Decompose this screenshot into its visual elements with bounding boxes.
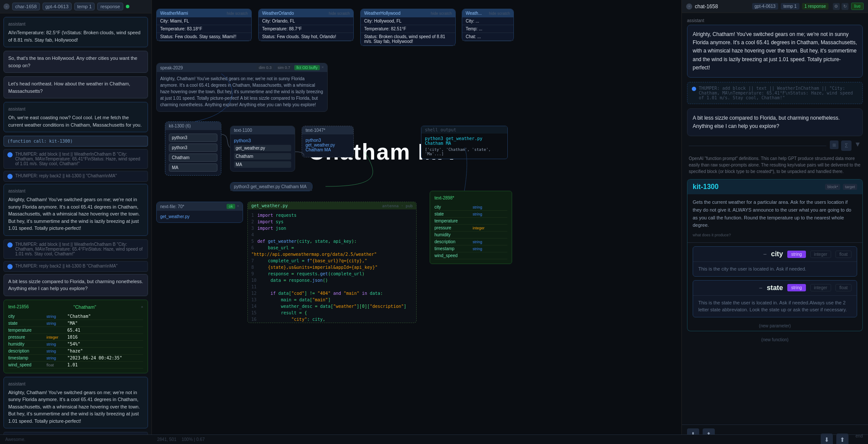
code-node: get_weather.py antenna · pub 1import req… bbox=[247, 202, 417, 323]
panel-title: char-1658 bbox=[12, 3, 40, 10]
kit-1300-header: kit-1300 (6) bbox=[165, 122, 221, 130]
right-assistant-bubble: Alrighty, Chatham! You've switched gears… bbox=[687, 25, 863, 78]
hide-scratch-miami[interactable]: hide scratch bbox=[227, 11, 248, 16]
thumper-text-3: THUMPER: reply back2 || kit-1300 B "Chat… bbox=[15, 264, 118, 268]
text-1047-node: text-1047* python3 get_weather.py Chatha… bbox=[302, 126, 354, 157]
state-type-string[interactable]: string bbox=[787, 284, 806, 291]
weather-hollywood-title: WeatherHollywood bbox=[364, 11, 401, 16]
weather-partial-header: Weath... hide scratch bbox=[462, 9, 513, 17]
hide-scratch-partial[interactable]: hide scratch bbox=[489, 11, 510, 16]
thumper-icon-2 bbox=[7, 174, 13, 179]
weather-partial-status: Chat: ... bbox=[462, 33, 513, 41]
hide-scratch-hollywood[interactable]: hide scratch bbox=[431, 11, 452, 16]
city-type-integer[interactable]: integer bbox=[810, 251, 832, 258]
weather-hollywood-city: City: Hollywood, FL bbox=[361, 17, 455, 25]
right-temp-badge: temp 1 bbox=[781, 3, 799, 10]
right-kit-desc: Gets the current weather for a particula… bbox=[687, 194, 862, 243]
shell-output-text: ['city', 'Chatham', 'state', 'Ma'...] bbox=[425, 147, 504, 156]
code-header: get_weather.py antenna · pub bbox=[248, 202, 416, 209]
city-param-desc: This is the city the user is located in.… bbox=[693, 262, 857, 276]
state-minus[interactable]: − bbox=[759, 284, 763, 291]
right-close-button[interactable]: × bbox=[686, 3, 692, 10]
speak-2029-header: speak-2029 dim 0.3 sim 0.7 llct OD buffy… bbox=[157, 63, 327, 72]
weather-partial-city: City: ... bbox=[462, 17, 513, 25]
data-row-city: city string "Chatham" bbox=[8, 313, 143, 320]
canvas-coords: 2841, 501 bbox=[157, 437, 177, 442]
kit-input-python3-2[interactable]: python3 bbox=[169, 144, 217, 152]
text-1100-id: text-1100 bbox=[234, 128, 252, 133]
right-param-city: − city string integer float This is the … bbox=[693, 246, 857, 277]
new-param-button[interactable]: (new parameter) bbox=[687, 321, 862, 331]
thumper-text-2: THUMPER: add block || text || WeatherInC… bbox=[15, 242, 144, 256]
right-meta-block: block* bbox=[825, 184, 840, 190]
sigma-icon[interactable]: Σ bbox=[841, 140, 852, 151]
right-param-state-header: − state string integer float bbox=[693, 281, 857, 296]
refresh-icon[interactable]: ↻ bbox=[842, 3, 848, 10]
code-line-11: 11 bbox=[251, 284, 413, 290]
right-content: assistant Alrighty, Chatham! You've swit… bbox=[682, 13, 868, 424]
thumper-text-1: THUMPER: reply back2 || kit-1300 || "Cha… bbox=[15, 173, 117, 178]
state-param-name: state bbox=[767, 284, 783, 292]
code-line-1: 1import requests bbox=[251, 212, 413, 219]
next-file-node: next-file: 70* ok × get_weather.py bbox=[156, 202, 243, 223]
right-header-icons: ⚙ ↻ bbox=[833, 3, 848, 10]
text-1100-content: python3 get_weather.py Chatham MA bbox=[230, 134, 295, 171]
python-runner-header: python3 get_weather.py Chatham MA bbox=[230, 183, 312, 191]
code-line-4: 4 bbox=[251, 232, 413, 238]
next-file-close[interactable]: × bbox=[237, 204, 239, 209]
close-button[interactable]: × bbox=[3, 3, 10, 10]
city-type-float[interactable]: float bbox=[835, 251, 852, 258]
kit-input-python3-1[interactable]: python3 bbox=[169, 134, 217, 142]
state-type-integer[interactable]: integer bbox=[810, 284, 832, 291]
state-param-desc: This is the state the user is located in… bbox=[693, 296, 857, 317]
kit-input-chatham[interactable]: Chatham bbox=[169, 153, 217, 162]
code-line-13: 13 main = data["main"] bbox=[251, 297, 413, 303]
right-param-state: − state string integer float This is the… bbox=[693, 280, 857, 317]
grid-icon[interactable]: ⊞ bbox=[830, 140, 838, 149]
speak-close[interactable]: × bbox=[322, 65, 324, 70]
right-kit-title: kit-1300 bbox=[693, 183, 719, 191]
right-kit-what[interactable]: what does it produce? bbox=[693, 232, 857, 238]
data-block-close[interactable]: × bbox=[141, 305, 143, 309]
divider-line-left bbox=[689, 146, 826, 146]
speak-2029-badges: dim 0.3 sim 0.7 llct OD buffy × bbox=[256, 65, 324, 70]
shell-body: python3 get_weather.py Chatham MA ['city… bbox=[421, 134, 507, 159]
data-row-temperature: temperature 65.41 bbox=[8, 327, 143, 334]
new-function-button[interactable]: (new function) bbox=[687, 336, 863, 344]
city-param-name: city bbox=[771, 250, 783, 258]
right-resp-badge: 1 response bbox=[802, 3, 829, 10]
weather-orlando-header: WeatherOrlando hide scratch bbox=[259, 9, 353, 17]
code-body: 1import requests 2import sys 3import jso… bbox=[248, 209, 416, 323]
hide-scratch-orlando[interactable]: hide scratch bbox=[329, 11, 350, 16]
settings-icon[interactable]: ⚙ bbox=[833, 3, 840, 10]
llct-badge: llct OD buffy bbox=[294, 65, 320, 70]
message-user-2: A bit less sizzle compared to Florida, b… bbox=[3, 274, 148, 296]
right-divider: ⊞ Σ ▼ bbox=[687, 140, 863, 151]
code-line-14: 14 weather_desc = data["weather"][0]["de… bbox=[251, 303, 413, 310]
assistant-label-4: assistant bbox=[8, 381, 143, 387]
message-assistant-2: assistant Alrighty, Chatham! You've swit… bbox=[3, 184, 148, 236]
t2898-description: description string bbox=[434, 238, 507, 245]
next-file-badges: ok × bbox=[227, 204, 239, 209]
weather-miami-title: WeatherMiami bbox=[160, 11, 188, 16]
weather-card-hollywood: WeatherHollywood hide scratch City: Holl… bbox=[360, 9, 456, 46]
code-line-17: 17 "state": state, bbox=[251, 323, 413, 323]
scroll-down-icon[interactable]: ▼ bbox=[854, 140, 861, 151]
t2898-humidity: humidity bbox=[434, 232, 507, 238]
city-minus[interactable]: − bbox=[763, 251, 766, 258]
python-runner-node: python3 get_weather.py Chatham MA bbox=[230, 182, 312, 191]
right-thumper-text: THUMPER: add block || text || WeatherInC… bbox=[699, 86, 858, 100]
get-weather-py-label: get_weather.py bbox=[160, 214, 239, 219]
state-type-float[interactable]: float bbox=[835, 284, 852, 291]
text-1047-content: python3 get_weather.py Chatham MA bbox=[302, 134, 353, 157]
t2898-state: state string bbox=[434, 211, 507, 218]
py-label: python3 get_weather.py Chatham MA bbox=[306, 138, 350, 152]
kit-input-ma[interactable]: MA bbox=[169, 163, 217, 172]
shell-line-2: Chatham MA bbox=[425, 141, 504, 146]
city-type-string[interactable]: string bbox=[787, 251, 806, 258]
message-assistant-3: assistant Alrighty, Chatham! You've swit… bbox=[3, 377, 148, 429]
right-kit-header: kit-1300 block* target bbox=[687, 180, 862, 194]
kit-1300-content: python3 python3 Chatham MA bbox=[165, 130, 221, 175]
text-2898-id: text-2898* bbox=[434, 196, 454, 200]
bottom-status: Awesome. ⬇ ⬆ end bbox=[0, 434, 152, 444]
